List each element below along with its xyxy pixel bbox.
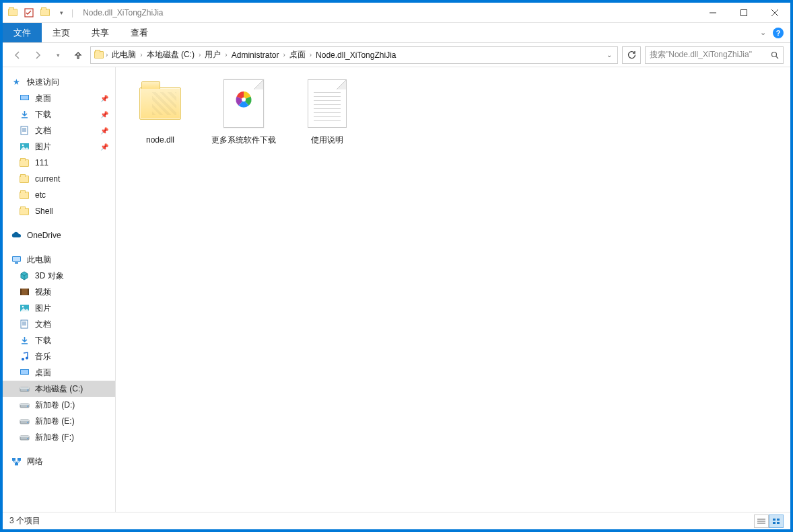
file-list-area[interactable]: node.dll更多系统软件下载使用说明	[116, 67, 790, 512]
sidebar-item-quick-access[interactable]: Shell	[3, 203, 115, 219]
svg-rect-52	[773, 519, 775, 521]
sidebar-item-quick-access[interactable]: current	[3, 171, 115, 187]
qat-folder-icon[interactable]	[39, 7, 51, 19]
ribbon-tab-share[interactable]: 共享	[81, 23, 120, 42]
breadcrumb-seg[interactable]: 用户	[202, 49, 223, 61]
breadcrumb-seg[interactable]: Administrator	[229, 50, 282, 60]
folder-icon	[19, 190, 30, 200]
sidebar-item-this-pc[interactable]: 下载	[3, 332, 115, 348]
sidebar-item-label: 3D 对象	[35, 270, 64, 282]
sidebar-item-this-pc[interactable]: 视频	[3, 284, 115, 300]
sidebar-item-quick-access[interactable]: 图片📌	[3, 139, 115, 155]
file-label: 使用说明	[311, 135, 343, 146]
view-details-button[interactable]	[754, 515, 769, 528]
ribbon-expand-icon[interactable]: ⌄	[760, 28, 766, 37]
svg-point-29	[22, 358, 24, 360]
nav-recent-dropdown[interactable]: ▾	[50, 47, 66, 63]
breadcrumb-seg[interactable]: 本地磁盘 (C:)	[144, 49, 197, 61]
minimize-button[interactable]	[697, 3, 728, 23]
svg-rect-37	[20, 404, 29, 405]
download-icon	[19, 109, 30, 120]
nav-forward-button[interactable]	[30, 47, 46, 63]
sidebar-item-label: OneDrive	[27, 231, 61, 240]
svg-point-44	[27, 438, 28, 439]
sidebar-item-this-pc[interactable]: 文档	[3, 316, 115, 332]
address-bar[interactable]: › 此电脑 › 本地磁盘 (C:) › 用户 › Administrator ›…	[90, 46, 618, 64]
download-icon	[19, 335, 30, 346]
sidebar-item-label: 桌面	[35, 367, 51, 379]
sidebar-item-this-pc[interactable]: 3D 对象	[3, 268, 115, 284]
refresh-button[interactable]	[622, 46, 641, 64]
maximize-button[interactable]	[728, 3, 759, 23]
status-item-count: 3 个项目	[9, 515, 40, 527]
sidebar-network[interactable]: 网络	[3, 453, 115, 469]
file-label: node.dll	[146, 135, 174, 146]
drive-icon	[19, 432, 30, 443]
nav-back-button[interactable]	[9, 47, 26, 63]
nav-up-button[interactable]	[70, 47, 86, 63]
shortcut-icon	[223, 79, 264, 128]
sidebar-item-this-pc[interactable]: 新加卷 (F:)	[3, 429, 115, 445]
breadcrumb-seg[interactable]: 桌面	[287, 49, 308, 61]
chevron-right-icon[interactable]: ›	[223, 51, 228, 59]
chevron-right-icon[interactable]: ›	[197, 51, 202, 59]
help-icon[interactable]: ?	[773, 28, 784, 38]
sidebar-item-this-pc[interactable]: 图片	[3, 300, 115, 316]
breadcrumb-seg[interactable]: 此电脑	[109, 49, 139, 61]
pin-icon: 📌	[100, 143, 108, 151]
chevron-right-icon[interactable]: ›	[139, 51, 143, 59]
sidebar-item-this-pc[interactable]: 本地磁盘 (C:)	[3, 381, 115, 397]
qat-properties-icon[interactable]	[23, 7, 35, 19]
sidebar-item-label: 新加卷 (F:)	[35, 432, 74, 443]
file-item[interactable]: 使用说明	[295, 77, 359, 146]
svg-rect-34	[20, 387, 29, 389]
music-icon	[19, 351, 30, 362]
sidebar-item-label: 本地磁盘 (C:)	[35, 383, 83, 395]
address-dropdown-icon[interactable]: ⌄	[601, 51, 617, 59]
sidebar-item-quick-access[interactable]: 111	[3, 155, 115, 171]
chevron-right-icon[interactable]: ›	[104, 51, 109, 59]
ribbon-tab-home[interactable]: 主页	[42, 23, 81, 42]
sidebar-item-this-pc[interactable]: 新加卷 (D:)	[3, 397, 115, 413]
drive-icon	[19, 383, 30, 394]
svg-line-6	[776, 56, 778, 59]
folder-icon	[19, 174, 30, 184]
sidebar-item-label: 新加卷 (D:)	[35, 400, 75, 411]
ribbon-tab-file[interactable]: 文件	[3, 23, 42, 42]
ribbon-tab-view[interactable]: 查看	[120, 23, 159, 42]
sidebar-item-label: 新加卷 (E:)	[35, 416, 75, 427]
sidebar-item-quick-access[interactable]: 下载📌	[3, 106, 115, 122]
sidebar-this-pc-header[interactable]: 此电脑	[3, 252, 115, 268]
sidebar-quick-access-header[interactable]: ★ 快速访问	[3, 74, 115, 90]
sidebar-item-this-pc[interactable]: 音乐	[3, 348, 115, 365]
breadcrumb-seg[interactable]: Node.dll_XiTongZhiJia	[313, 50, 399, 60]
search-icon	[771, 51, 779, 59]
chevron-right-icon[interactable]: ›	[308, 51, 313, 59]
search-input[interactable]: 搜索"Node.dll_XiTongZhiJia"	[645, 46, 784, 64]
sidebar-item-label: 下载	[35, 109, 51, 120]
svg-rect-32	[21, 370, 28, 374]
chevron-right-icon[interactable]: ›	[281, 51, 286, 59]
sidebar-item-label: 网络	[27, 456, 43, 467]
file-item[interactable]: node.dll	[128, 77, 193, 146]
document-icon	[19, 125, 30, 136]
status-bar: 3 个项目	[3, 512, 790, 529]
svg-rect-46	[18, 458, 21, 461]
monitor-icon	[11, 254, 22, 265]
svg-point-5	[772, 52, 777, 56]
sidebar-item-this-pc[interactable]: 新加卷 (E:)	[3, 413, 115, 429]
view-large-icons-button[interactable]	[769, 515, 784, 528]
sidebar-item-quick-access[interactable]: 文档📌	[3, 122, 115, 139]
file-item[interactable]: 更多系统软件下载	[211, 77, 276, 146]
desktop-icon	[19, 93, 30, 104]
navigation-bar: ▾ › 此电脑 › 本地磁盘 (C:) › 用户 › Administrator…	[3, 43, 790, 67]
qat-dropdown-icon[interactable]: ▾	[55, 7, 67, 19]
svg-point-41	[27, 422, 28, 423]
window-title: Node.dll_XiTongZhiJia	[83, 8, 163, 17]
sidebar-item-this-pc[interactable]: 桌面	[3, 365, 115, 381]
sidebar-item-quick-access[interactable]: 桌面📌	[3, 90, 115, 106]
sidebar-item-quick-access[interactable]: etc	[3, 187, 115, 203]
close-button[interactable]	[759, 3, 790, 23]
desktop-icon	[19, 367, 30, 378]
sidebar-onedrive[interactable]: OneDrive	[3, 227, 115, 243]
